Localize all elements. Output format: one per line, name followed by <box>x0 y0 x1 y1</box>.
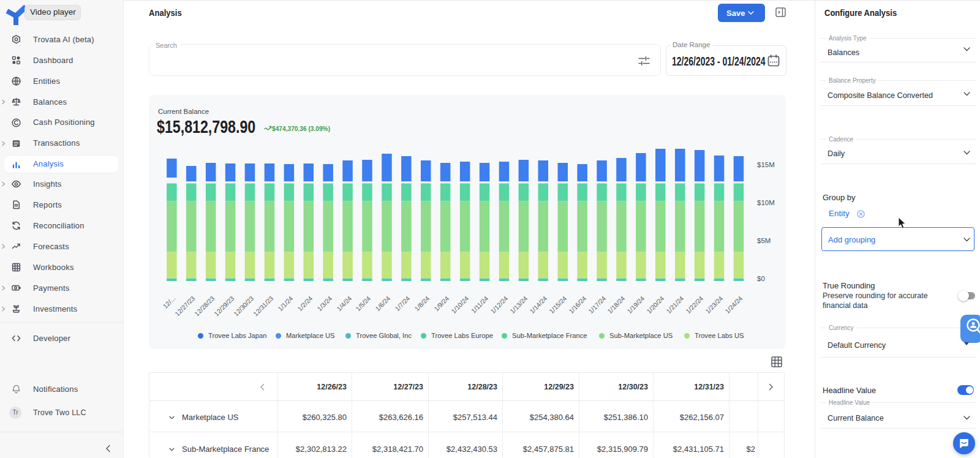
svg-text:12/27/23: 12/27/23 <box>173 295 196 317</box>
svg-text:12/31/23: 12/31/23 <box>252 295 274 317</box>
svg-text:1/18/24: 1/18/24 <box>606 295 626 315</box>
svg-text:1/23/24: 1/23/24 <box>704 295 724 315</box>
svg-text:1/21/24: 1/21/24 <box>665 295 685 315</box>
svg-text:1/6/24: 1/6/24 <box>374 295 391 312</box>
svg-text:1/24/24: 1/24/24 <box>723 295 744 315</box>
svg-text:12/29/23: 12/29/23 <box>213 295 235 317</box>
svg-text:$0: $0 <box>757 275 765 282</box>
svg-text:1/16/24: 1/16/24 <box>567 295 587 315</box>
svg-text:1/8/24: 1/8/24 <box>413 295 431 312</box>
svg-text:1/14/24: 1/14/24 <box>528 295 548 315</box>
svg-text:1/11/24: 1/11/24 <box>470 295 490 315</box>
svg-text:1/4/24: 1/4/24 <box>335 295 353 312</box>
svg-text:1/5/24: 1/5/24 <box>354 295 372 312</box>
svg-text:1/3/24: 1/3/24 <box>315 295 333 312</box>
svg-text:1/15/24: 1/15/24 <box>548 295 568 315</box>
svg-text:12/28/23: 12/28/23 <box>193 295 216 317</box>
svg-text:$10M: $10M <box>757 199 775 206</box>
svg-text:1/22/24: 1/22/24 <box>684 295 704 315</box>
svg-text:1/17/24: 1/17/24 <box>587 295 607 315</box>
svg-text:1/12/24: 1/12/24 <box>489 295 509 315</box>
svg-text:1/7/24: 1/7/24 <box>393 295 411 312</box>
svg-text:1/10/24: 1/10/24 <box>450 295 470 315</box>
svg-text:1/9/24: 1/9/24 <box>432 295 450 312</box>
svg-text:1/13/24: 1/13/24 <box>508 295 529 315</box>
svg-text:1/20/24: 1/20/24 <box>645 295 665 315</box>
svg-text:$15M: $15M <box>757 161 775 168</box>
svg-text:$5M: $5M <box>757 237 771 244</box>
svg-text:1/19/24: 1/19/24 <box>625 295 646 315</box>
svg-text:12/...: 12/... <box>161 295 176 310</box>
svg-text:12/30/23: 12/30/23 <box>232 295 255 317</box>
svg-text:1/2/24: 1/2/24 <box>296 295 314 312</box>
svg-text:1/1/24: 1/1/24 <box>276 295 294 312</box>
